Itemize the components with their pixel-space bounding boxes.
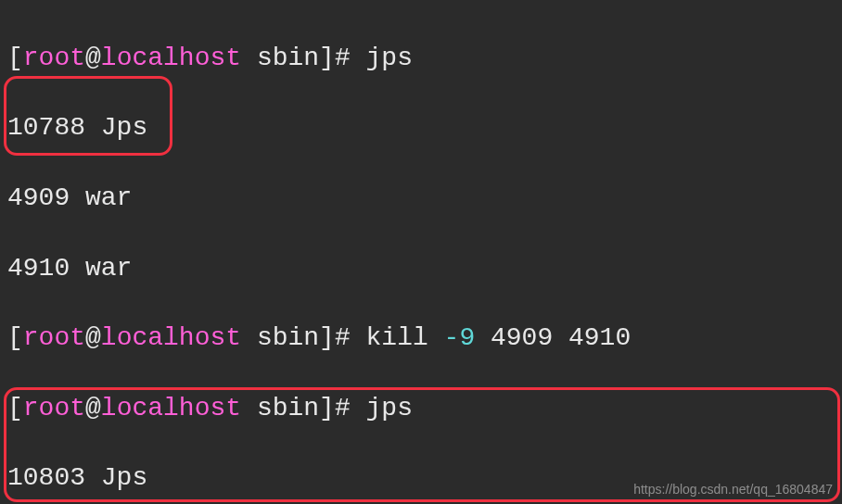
at-sign: @ xyxy=(85,44,101,72)
prompt-hash: # xyxy=(335,44,351,72)
command-text: kill xyxy=(366,323,428,352)
watermark-text: https://blog.csdn.net/qq_16804847 xyxy=(633,481,833,498)
output-line: 10788 Jps xyxy=(7,110,835,145)
bracket-close: ] xyxy=(319,44,335,72)
prompt-user: root xyxy=(23,44,85,72)
output-line: 4910 war xyxy=(7,251,835,286)
terminal-line: [root@localhost sbin]# jps xyxy=(7,41,835,76)
output-line: 4909 war xyxy=(7,181,835,216)
bracket-open: [ xyxy=(7,44,23,72)
prompt-host: localhost xyxy=(101,44,241,72)
command-text: jps xyxy=(366,44,413,72)
terminal-line: [root@localhost sbin]# kill -9 4909 4910 xyxy=(7,321,835,356)
prompt-cwd: sbin xyxy=(257,44,319,72)
command-flag: -9 xyxy=(444,323,476,352)
command-arg: 4909 4910 xyxy=(491,323,631,352)
command-text: jps xyxy=(366,394,413,422)
terminal-output: [root@localhost sbin]# jps 10788 Jps 490… xyxy=(0,0,842,504)
terminal-line: [root@localhost sbin]# jps xyxy=(7,391,835,426)
